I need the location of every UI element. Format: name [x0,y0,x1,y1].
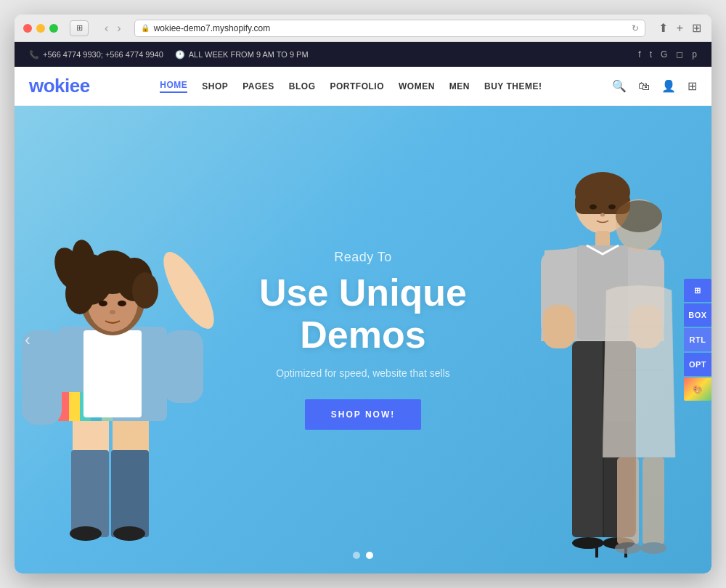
topbar-phone: 📞 +566 4774 9930; +566 4774 9940 [29,50,163,60]
address-bar[interactable]: 🔒 wokiee-demo7.myshopify.com ↻ [134,20,645,37]
cart-icon[interactable]: 🛍 [638,80,650,93]
svg-rect-6 [69,392,80,421]
nav-women[interactable]: WOMEN [399,81,435,91]
hero-section: Ready To Use Unique Demos Optimized for … [15,106,711,573]
lock-icon: 🔒 [141,24,150,32]
hero-title: Use Unique Demos [259,272,467,355]
nav-home[interactable]: HOME [160,80,187,93]
browser-actions: ⬆ + ⊞ [657,20,703,36]
svg-point-25 [110,310,115,314]
slider-dot-2[interactable] [366,552,373,559]
back-button[interactable]: ‹ [102,20,111,36]
hero-description: Optimized for speed, website that sells [259,367,467,379]
account-icon[interactable]: 👤 [661,79,676,93]
svg-point-24 [118,301,126,306]
nav-buy-theme[interactable]: BUY THEME! [484,81,542,91]
nav-buttons: ‹ › [102,20,124,36]
svg-point-20 [132,272,158,309]
nav-men[interactable]: MEN [449,81,470,91]
search-icon[interactable]: 🔍 [612,79,627,93]
svg-point-56 [640,542,666,554]
hero-title-line1: Use Unique [259,271,467,314]
instagram-icon[interactable]: ◻ [676,49,683,60]
slider-prev-button[interactable]: ‹ [25,330,30,350]
clock-icon: 🕐 [175,50,185,60]
phone-icon: 📞 [29,50,39,60]
svg-rect-10 [83,330,142,417]
topbar-social: f t G ◻ p [638,49,697,60]
tab-button[interactable]: ⊞ [70,20,89,36]
maximize-button[interactable] [49,24,58,33]
extensions-button[interactable]: ⊞ [690,20,703,36]
logo[interactable]: wokiee [29,75,90,97]
side-panel: ⊞ BOX RTL OPT 🎨 [684,279,711,401]
hero-title-line2: Demos [300,314,425,356]
svg-point-49 [616,200,662,232]
new-tab-button[interactable]: + [675,20,685,36]
nav-blog[interactable]: BLOG [289,81,316,91]
twitter-icon[interactable]: t [650,49,652,60]
svg-rect-46 [595,543,598,558]
panel-color-button[interactable]: 🎨 [684,377,711,401]
slider-dot-1[interactable] [353,552,360,559]
close-button[interactable] [23,24,32,33]
panel-box-button[interactable]: BOX [684,303,711,327]
hero-content: Ready To Use Unique Demos Optimized for … [259,250,467,429]
browser-window: ⊞ ‹ › 🔒 wokiee-demo7.myshopify.com ↻ ⬆ +… [15,15,711,573]
top-bar: 📞 +566 4774 9930; +566 4774 9940 🕐 ALL W… [15,42,711,67]
site-header: wokiee HOME SHOP PAGES BLOG PORTFOLIO WO… [15,67,711,106]
svg-rect-2 [71,450,109,537]
svg-point-44 [572,537,604,549]
pinterest-icon[interactable]: p [692,49,697,60]
svg-point-27 [113,526,145,541]
minimize-button[interactable] [36,24,45,33]
refresh-icon[interactable]: ↻ [632,23,639,33]
hours-text: ALL WEEK FROM 9 AM TO 9 PM [189,50,309,59]
browser-titlebar: ⊞ ‹ › 🔒 wokiee-demo7.myshopify.com ↻ ⬆ +… [15,15,711,42]
panel-opt-button[interactable]: OPT [684,353,711,376]
topbar-hours: 🕐 ALL WEEK FROM 9 AM TO 9 PM [175,50,309,60]
nav-portfolio[interactable]: PORTFOLIO [330,81,385,91]
svg-rect-38 [543,305,575,348]
phone-text: +566 4774 9930; +566 4774 9940 [43,50,163,59]
svg-point-31 [590,205,597,210]
header-icons: 🔍 🛍 👤 ⊞ [612,79,697,93]
shop-now-button[interactable]: SHOP NOW! [305,399,421,430]
panel-layout-button[interactable]: ⊞ [684,279,711,302]
window-controls: ⊞ [70,20,89,36]
nav-shop[interactable]: SHOP [202,81,228,91]
site-content: 📞 +566 4774 9930; +566 4774 9940 🕐 ALL W… [15,42,711,573]
left-figure-svg [15,145,218,573]
topbar-left: 📞 +566 4774 9930; +566 4774 9940 🕐 ALL W… [29,50,309,60]
svg-point-13 [155,245,218,335]
url-text: wokiee-demo7.myshopify.com [154,23,271,33]
main-nav: HOME SHOP PAGES BLOG PORTFOLIO WOMEN MEN… [160,80,542,93]
nav-pages[interactable]: PAGES [242,81,274,91]
svg-rect-54 [643,457,664,544]
panel-rtl-button[interactable]: RTL [684,328,711,351]
svg-rect-3 [111,450,149,537]
traffic-lights [23,24,58,33]
svg-point-26 [70,526,102,541]
svg-point-23 [99,301,107,306]
hero-subtitle: Ready To [259,250,467,265]
hero-figure-left [15,145,218,573]
google-icon[interactable]: G [661,49,667,60]
slider-dots [353,552,373,559]
facebook-icon[interactable]: f [638,49,640,60]
svg-rect-12 [163,330,203,403]
svg-rect-53 [617,457,639,544]
settings-icon[interactable]: ⊞ [688,79,697,93]
share-button[interactable]: ⬆ [657,20,669,36]
svg-rect-42 [572,421,603,537]
forward-button[interactable]: › [114,20,123,36]
svg-point-55 [615,542,641,554]
